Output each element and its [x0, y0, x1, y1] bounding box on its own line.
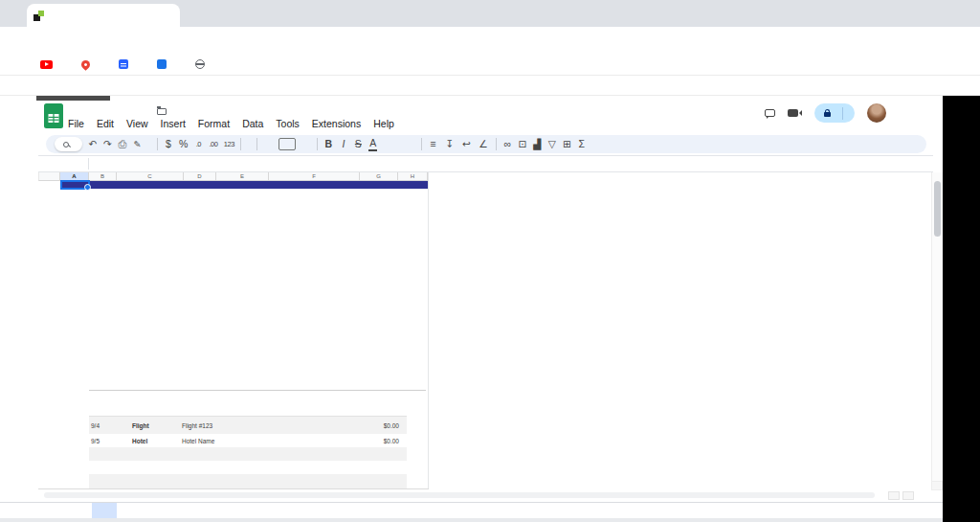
font-size-input[interactable]: [278, 138, 296, 150]
horizontal-align-icon[interactable]: ≡: [429, 136, 439, 152]
vertical-scroll-thumb[interactable]: [934, 181, 941, 237]
empty-row: [89, 461, 407, 474]
share-button[interactable]: [814, 103, 855, 123]
column-header-H[interactable]: H: [398, 172, 428, 181]
format-currency-icon[interactable]: $: [165, 136, 173, 152]
horizontal-scroll-thumb[interactable]: [44, 492, 875, 498]
toolbar-separator: [421, 138, 422, 150]
menu-item[interactable]: Tools: [276, 118, 300, 129]
more-formats-icon[interactable]: 123: [224, 136, 234, 152]
italic-icon[interactable]: I: [339, 136, 347, 152]
bookmark-maps[interactable]: [81, 60, 96, 69]
filter-icon[interactable]: ▽: [547, 136, 556, 152]
toolbar-group-text-style: BISA: [324, 136, 378, 152]
column-header-B[interactable]: B: [89, 172, 117, 181]
expense-description: Hotel Name: [182, 438, 214, 444]
toolbar-separator: [240, 138, 241, 150]
menu-item[interactable]: Format: [198, 118, 230, 129]
news-icon: [119, 59, 128, 69]
meet-button[interactable]: [788, 109, 802, 117]
scroll-right-icon[interactable]: [902, 491, 914, 500]
sheet-tab-expense-report[interactable]: [92, 503, 117, 519]
insert-comment-icon[interactable]: ⊡: [518, 136, 526, 152]
bookmark-invoice-builder[interactable]: [195, 59, 211, 69]
undo-icon[interactable]: ↶: [89, 136, 98, 152]
active-cell-selection[interactable]: [60, 180, 90, 190]
text-rotation-icon[interactable]: ∠: [479, 136, 489, 152]
account-avatar[interactable]: [867, 103, 886, 123]
sheets-menubar: FileEditViewInsertFormatDataToolsExtensi…: [68, 118, 394, 129]
menu-item[interactable]: Edit: [97, 118, 114, 129]
scroll-down-icon[interactable]: [931, 481, 943, 490]
menu-item[interactable]: View: [126, 118, 148, 129]
template-header-band: [60, 181, 428, 189]
column-header-F[interactable]: F: [269, 172, 360, 181]
menu-item[interactable]: Extensions: [312, 118, 361, 129]
toolbar-separator: [157, 138, 158, 150]
comment-history-icon[interactable]: [765, 109, 775, 117]
formula-bar: [38, 155, 933, 172]
menu-item[interactable]: Insert: [161, 118, 186, 129]
menu-item[interactable]: File: [68, 118, 84, 129]
tab-strip: [0, 0, 980, 27]
youtube-icon: [40, 60, 53, 69]
strikethrough-icon[interactable]: S: [354, 136, 363, 152]
expense-rows: 9/4 Flight Flight #123 $0.00 9/5 Hotel H…: [89, 417, 407, 447]
print-icon[interactable]: ⎙: [119, 136, 127, 152]
screenleap-favicon: [33, 11, 44, 21]
expense-row[interactable]: 9/5 Hotel Hotel Name $0.00: [89, 434, 407, 447]
format-percent-icon[interactable]: %: [179, 136, 188, 152]
expense-row[interactable]: 9/4 Flight Flight #123 $0.00: [89, 417, 407, 434]
lock-icon: [824, 112, 831, 117]
menu-item[interactable]: Help: [373, 118, 394, 129]
insert-chart-icon[interactable]: ▟: [533, 136, 542, 152]
column-header-E[interactable]: E: [216, 172, 269, 181]
browser-tab[interactable]: [27, 4, 180, 27]
text-color-icon[interactable]: A: [368, 137, 377, 151]
expense-table-header: [89, 395, 407, 417]
bookmark-translate[interactable]: [157, 59, 172, 69]
scroll-left-icon[interactable]: [888, 491, 900, 500]
toolbar-group-number-format: $%.0.00123: [165, 136, 234, 152]
decrease-decimals-icon[interactable]: .0: [194, 136, 203, 152]
functions-icon[interactable]: Σ: [577, 136, 586, 152]
sheets-file-icon: [44, 103, 63, 128]
expense-amount: $0.00: [384, 438, 399, 444]
expense-amount: $0.00: [384, 422, 399, 429]
bold-icon[interactable]: B: [324, 136, 333, 152]
increase-decimals-icon[interactable]: .00: [209, 136, 217, 152]
column-header-G[interactable]: G: [360, 172, 398, 181]
tab-search-icon[interactable]: [8, 6, 25, 22]
shared-screen-edge: [36, 96, 110, 101]
toolbar-separator: [317, 138, 318, 150]
insert-link-icon[interactable]: ∞: [503, 136, 512, 152]
globe-icon: [195, 59, 205, 69]
section-divider: [89, 390, 426, 391]
bookmarks-bar: [0, 54, 980, 76]
video-camera-icon: [788, 109, 798, 117]
shared-screen: FileEditViewInsertFormatDataToolsExtensi…: [0, 96, 943, 522]
bookmark-news[interactable]: [119, 59, 134, 69]
bookmark-youtube[interactable]: [40, 60, 58, 69]
empty-banded-row: [89, 447, 407, 461]
redo-icon[interactable]: ↷: [103, 136, 112, 152]
window-bottom-edge: [0, 518, 943, 522]
menus-search-button[interactable]: [55, 137, 82, 151]
move-folder-icon[interactable]: [157, 108, 167, 115]
browser-toolbar: ◳ ◨: [0, 27, 980, 54]
table-views-icon[interactable]: ⊞: [563, 136, 571, 152]
menu-item[interactable]: Data: [242, 118, 263, 129]
search-icon: [63, 142, 69, 148]
empty-banded-row: [89, 474, 407, 488]
expense-category: Hotel: [132, 438, 147, 444]
screenleap-header: [0, 76, 980, 96]
paint-format-icon[interactable]: ✎: [133, 136, 142, 152]
share-divider: [842, 107, 843, 120]
expense-description: Flight #123: [182, 422, 212, 429]
text-wrap-icon[interactable]: ↩: [462, 136, 473, 152]
title-icons: [144, 108, 180, 115]
column-header-D[interactable]: D: [184, 172, 216, 181]
column-header-C[interactable]: C: [117, 172, 184, 181]
vertical-align-icon[interactable]: ↧: [445, 136, 456, 152]
select-all-corner[interactable]: [38, 172, 60, 181]
